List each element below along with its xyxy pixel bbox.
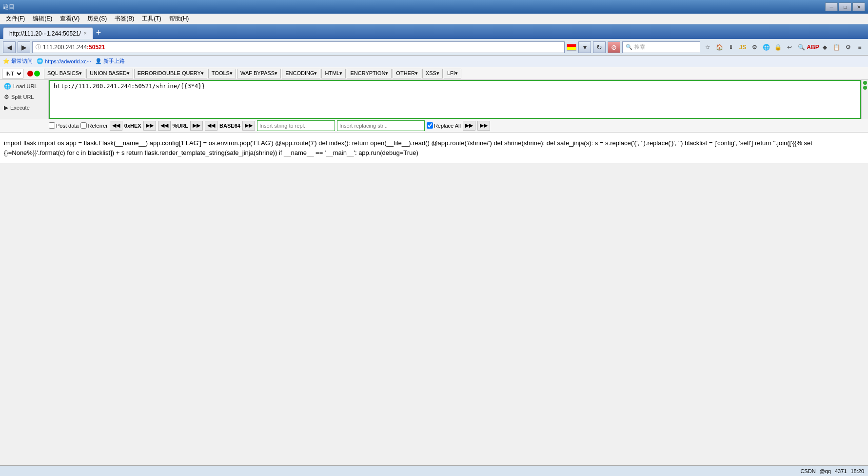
dropdown-button[interactable]: ▾ xyxy=(578,41,591,53)
hex-right-arrow[interactable]: ▶▶ xyxy=(143,121,156,131)
insert-replacing-input[interactable] xyxy=(337,120,425,131)
menu-view[interactable]: 查看(V) xyxy=(56,14,83,24)
referrer-label[interactable]: Referrer xyxy=(80,122,107,129)
bookmark-newbie[interactable]: 👤 新手上路 xyxy=(95,57,125,65)
zoom-icon[interactable]: 🔍 xyxy=(796,42,807,53)
search-box[interactable]: 🔍 搜索 xyxy=(622,41,700,53)
search-icon: 🔍 xyxy=(626,44,632,50)
ext6-icon[interactable]: 📋 xyxy=(831,42,842,53)
menu-icon[interactable]: ≡ xyxy=(854,42,865,53)
replace-arrow-2[interactable]: ▶▶ xyxy=(477,121,490,131)
insert-string-input[interactable] xyxy=(257,120,335,131)
replace-arrow-1[interactable]: ▶▶ xyxy=(463,121,475,131)
hackbar-side-panel: 🌐 Load URL ⚙ Split URL ▶ Execute xyxy=(0,80,49,119)
status-csdn: CSDN xyxy=(800,468,815,474)
load-icon: 🌐 xyxy=(4,83,11,90)
url-left-arrow[interactable]: ◀◀ xyxy=(158,121,171,131)
close-button[interactable]: ✕ xyxy=(852,2,865,11)
base64-right-arrow[interactable]: ▶▶ xyxy=(242,121,255,131)
waf-bypass-menu[interactable]: WAF BYPASS▾ xyxy=(237,69,281,78)
content-text: import flask import os app = flask.Flask… xyxy=(4,138,864,157)
url-right-arrow[interactable]: ▶▶ xyxy=(190,121,203,131)
lfi-menu[interactable]: LFI▾ xyxy=(444,69,461,78)
menu-help[interactable]: 帮助(H) xyxy=(165,14,193,24)
download-icon[interactable]: ⬇ xyxy=(726,42,736,53)
type-select[interactable]: INT xyxy=(2,69,23,78)
home-icon[interactable]: 🏠 xyxy=(714,42,725,53)
ext1-icon[interactable]: ⚙ xyxy=(749,42,760,53)
status-green-dot xyxy=(34,71,40,76)
refresh-button[interactable]: ↻ xyxy=(593,41,606,53)
menu-tools[interactable]: 工具(T) xyxy=(138,14,165,24)
hex-label: 0xHEX xyxy=(124,123,141,129)
post-data-checkbox[interactable] xyxy=(49,122,55,129)
sql-basics-menu[interactable]: SQL BASICS▾ xyxy=(44,69,85,78)
base64-left-arrow[interactable]: ◀◀ xyxy=(205,121,217,131)
stop-button[interactable]: ⊘ xyxy=(608,41,620,53)
encoding-menu[interactable]: ENCODING▾ xyxy=(282,69,320,78)
bookmark-adworld[interactable]: 🌐 https://adworld.xc··· xyxy=(37,58,91,64)
hackbar-toolbar: INT SQL BASICS▾ UNION BASED▾ ERROR/DOUBL… xyxy=(0,67,868,80)
window-controls: ─ □ ✕ xyxy=(825,2,865,11)
load-url-button[interactable]: 🌐 Load URL xyxy=(2,82,46,91)
menu-bar: 文件(F) 编辑(E) 查看(V) 历史(S) 书签(B) 工具(T) 帮助(H… xyxy=(0,14,868,24)
bookmark-most-visited[interactable]: ⭐ 最常访问 xyxy=(3,57,33,65)
ext2-icon[interactable]: 🌐 xyxy=(761,42,771,53)
replace-all-checkbox[interactable] xyxy=(427,122,433,129)
status-red-dot xyxy=(27,71,33,76)
bookmarks-bar: ⭐ 最常访问 🌐 https://adworld.xc··· 👤 新手上路 xyxy=(0,56,868,67)
tab-bar: http://111.20···1.244:50521/ × + xyxy=(0,24,868,39)
back-button[interactable]: ◀ xyxy=(3,41,16,53)
execute-button[interactable]: ▶ Execute xyxy=(2,103,46,112)
right-dot-1 xyxy=(863,81,867,85)
referrer-checkbox[interactable] xyxy=(80,122,87,129)
content-area: import flask import os app = flask.Flask… xyxy=(0,133,868,163)
flag-icon xyxy=(567,44,576,51)
forward-button[interactable]: ▶ xyxy=(18,41,30,53)
star-icon-small: ⭐ xyxy=(3,58,10,64)
title-bar: 题目 ─ □ ✕ xyxy=(0,0,868,14)
menu-edit[interactable]: 编辑(E) xyxy=(29,14,56,24)
active-tab[interactable]: http://111.20···1.244:50521/ × xyxy=(3,27,93,39)
html-menu[interactable]: HTML▾ xyxy=(321,69,346,78)
person-icon-small: 👤 xyxy=(95,58,102,64)
hackbar-url-area: 🌐 Load URL ⚙ Split URL ▶ Execute http://… xyxy=(0,80,868,119)
ext3-icon[interactable]: 🔒 xyxy=(772,42,783,53)
split-url-button[interactable]: ⚙ Split URL xyxy=(2,93,46,101)
url-display: 111.200.241.244 xyxy=(43,44,87,51)
url-label: %URL xyxy=(173,123,188,129)
url-port: :50521 xyxy=(87,44,105,51)
info-icon: ⓘ xyxy=(36,43,41,51)
star-icon[interactable]: ☆ xyxy=(702,42,713,53)
ext5-icon[interactable]: ◆ xyxy=(819,42,830,53)
xss-menu[interactable]: XSS▾ xyxy=(422,69,443,78)
post-data-label[interactable]: Post data xyxy=(49,122,79,129)
minimize-button[interactable]: ─ xyxy=(825,2,838,11)
replace-all-label[interactable]: Replace All xyxy=(427,122,461,129)
menu-bookmarks[interactable]: 书签(B) xyxy=(111,14,138,24)
status-time: 18:20 xyxy=(850,468,864,474)
right-dot-2 xyxy=(863,86,867,90)
adblock-icon[interactable]: ABP xyxy=(808,42,818,53)
union-based-menu[interactable]: UNION BASED▾ xyxy=(86,69,133,78)
split-icon: ⚙ xyxy=(4,94,9,100)
hackbar-right-panel xyxy=(861,80,868,119)
error-double-query-menu[interactable]: ERROR/DOUBLE QUERY▾ xyxy=(134,69,207,78)
execute-icon: ▶ xyxy=(4,104,8,111)
base64-label: BASE64 xyxy=(219,123,240,129)
menu-history[interactable]: 历史(S) xyxy=(83,14,111,24)
menu-file[interactable]: 文件(F) xyxy=(2,14,29,24)
encryption-menu[interactable]: ENCRYPTION▾ xyxy=(347,69,392,78)
ext4-icon[interactable]: ↩ xyxy=(784,42,795,53)
maximize-button[interactable]: □ xyxy=(839,2,851,11)
new-tab-button[interactable]: + xyxy=(93,28,104,38)
tab-close-button[interactable]: × xyxy=(84,31,87,36)
hackbar-url-input[interactable]: http://111.200.241.244:50521/shrine/{{3*… xyxy=(49,80,861,119)
tools-menu[interactable]: TOOLS▾ xyxy=(208,69,236,78)
address-bar: ◀ ▶ ⓘ 111.200.241.244:50521 ▾ ↻ ⊘ 🔍 搜索 ☆… xyxy=(0,39,868,56)
tab-url: http://111.20···1.244:50521/ xyxy=(9,30,81,37)
ext7-icon[interactable]: ⚙ xyxy=(843,42,853,53)
other-menu[interactable]: OTHER▾ xyxy=(393,69,421,78)
url-box: ⓘ 111.200.241.244:50521 xyxy=(32,41,565,53)
hex-left-arrow[interactable]: ◀◀ xyxy=(110,121,122,131)
